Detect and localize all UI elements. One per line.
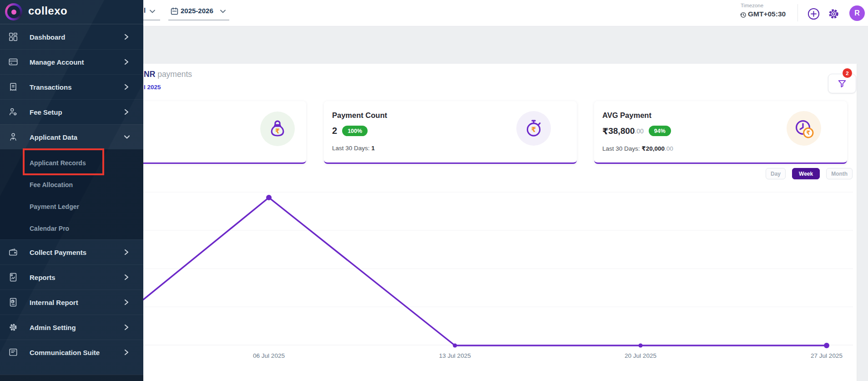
sidebar-bottom-strip xyxy=(0,375,143,381)
sidebar-item-fee-setup[interactable]: Fee Setup xyxy=(0,99,143,124)
clock-rupee-icon: ₹ xyxy=(787,111,821,146)
card-value: 38,800 xyxy=(608,126,635,136)
chevron-right-icon xyxy=(124,349,129,356)
sidebar-item-label: Dashboard xyxy=(30,33,65,41)
calendar-icon xyxy=(170,7,179,15)
credit-card-icon xyxy=(8,57,18,67)
applicant-icon xyxy=(8,132,18,142)
sidebar: collexo Dashboard Manage Account Transac… xyxy=(0,0,143,381)
page-title-fragment: payments xyxy=(155,70,192,79)
filter-count-badge: 2 xyxy=(843,68,852,78)
last30-label: Last 30 Days: xyxy=(332,145,370,152)
add-button[interactable] xyxy=(807,7,820,20)
card-subtext: Last 30 Days: 1 xyxy=(332,145,375,152)
sidebar-subitem-fee-allocation[interactable]: Fee Allocation xyxy=(0,174,143,196)
sidebar-item-reports[interactable]: Reports xyxy=(0,264,143,290)
sidebar-subitem-payment-ledger[interactable]: Payment Ledger xyxy=(0,196,143,218)
sidebar-item-communication-suite[interactable]: Communication Suite xyxy=(0,340,143,365)
logo-text: collexo xyxy=(28,5,67,17)
school-select[interactable]: l xyxy=(144,6,146,14)
chevron-right-icon xyxy=(124,274,129,280)
collexo-logo-icon xyxy=(5,3,22,20)
history-clock-icon xyxy=(740,11,747,18)
app-window: l 2025-2026 Timezone GMT+05:30 R NR paym… xyxy=(0,0,868,381)
currency-symbol: ₹ xyxy=(602,126,608,136)
percent-badge: 94% xyxy=(649,126,671,136)
sidebar-item-label: Transactions xyxy=(30,83,72,91)
timezone-label: Timezone xyxy=(741,3,763,8)
svg-text:₹: ₹ xyxy=(531,126,536,134)
x-axis-label: 27 Jul 2025 xyxy=(795,352,858,359)
page-title: NR payments xyxy=(144,70,192,79)
card-value-fraction: .00 xyxy=(635,127,643,135)
chevron-right-icon xyxy=(124,59,129,65)
range-toggle: Day Week Month xyxy=(766,168,853,179)
avatar[interactable]: R xyxy=(849,5,865,21)
sidebar-subitem-applicant-records[interactable]: Applicant Records xyxy=(0,152,143,174)
document-lines-icon xyxy=(8,347,18,357)
gear-icon xyxy=(828,8,840,20)
x-axis-label: 06 Jul 2025 xyxy=(237,352,301,359)
payments-line-chart xyxy=(143,187,853,369)
sidebar-item-applicant-data[interactable]: Applicant Data xyxy=(0,124,143,149)
settings-button[interactable] xyxy=(827,7,840,20)
sidebar-item-dashboard[interactable]: Dashboard xyxy=(0,24,143,49)
chevron-right-icon xyxy=(124,249,129,255)
chevron-right-icon xyxy=(124,34,129,40)
date-range-fragment: l 2025 xyxy=(144,84,161,91)
stat-card-payment-count: Payment Count 2 100% Last 30 Days: 1 ₹ xyxy=(324,101,577,164)
sidebar-item-label: Internal Report xyxy=(30,299,78,306)
toggle-month-button[interactable]: Month xyxy=(826,168,853,179)
academic-year-select[interactable]: 2025-2026 xyxy=(181,7,213,15)
sidebar-item-label: Fee Setup xyxy=(30,108,62,116)
funnel-icon xyxy=(837,79,847,89)
user-gear-icon xyxy=(8,107,18,117)
applicant-data-submenu: Applicant Records Fee Allocation Payment… xyxy=(0,149,143,239)
chevron-right-icon xyxy=(124,299,129,305)
timezone-value: GMT+05:30 xyxy=(748,10,786,18)
sidebar-item-admin-setting[interactable]: Admin Setting xyxy=(0,315,143,340)
wallet-icon xyxy=(8,247,18,257)
filter-button[interactable] xyxy=(828,74,856,93)
last30-fraction: .00 xyxy=(665,145,673,152)
sidebar-item-collect-payments[interactable]: Collect Payments xyxy=(0,239,143,264)
chevron-right-icon xyxy=(124,109,129,115)
chevron-right-icon xyxy=(124,84,129,90)
receipt-icon xyxy=(8,82,18,92)
money-bag-icon: ₹ xyxy=(260,112,295,146)
plus-circle-icon xyxy=(807,8,820,20)
dashboard-icon xyxy=(8,32,18,42)
sidebar-subitem-calendar-pro[interactable]: Calendar Pro xyxy=(0,218,143,239)
x-axis-label: 13 Jul 2025 xyxy=(423,352,487,359)
sidebar-item-label: Communication Suite xyxy=(30,349,100,356)
last30-value: 20,000 xyxy=(646,145,665,152)
logo-row: collexo xyxy=(0,0,143,24)
gear-icon xyxy=(8,322,18,332)
toggle-week-button[interactable]: Week xyxy=(792,168,820,179)
sidebar-item-label: Admin Setting xyxy=(30,324,76,331)
percent-badge: 100% xyxy=(342,126,368,136)
toggle-day-button[interactable]: Day xyxy=(766,168,786,179)
chevron-down-icon xyxy=(149,9,156,14)
sidebar-item-manage-account[interactable]: Manage Account xyxy=(0,49,143,74)
page-title-bold-fragment: NR xyxy=(144,70,155,79)
report-icon xyxy=(8,272,18,282)
svg-text:₹: ₹ xyxy=(275,127,280,135)
chevron-right-icon xyxy=(124,324,129,330)
x-axis-label: 20 Jul 2025 xyxy=(609,352,672,359)
sidebar-item-label: Reports xyxy=(30,274,56,281)
card-title: Payment Count xyxy=(332,111,387,120)
last30-label: Last 30 Days: xyxy=(602,145,640,152)
dashboard-panel: NR payments l 2025 2 ₹ Payment Count 2 1… xyxy=(143,64,857,381)
chevron-down-icon xyxy=(124,134,130,140)
pie-report-icon xyxy=(8,297,18,307)
sidebar-item-label: Manage Account xyxy=(30,58,84,66)
sidebar-item-transactions[interactable]: Transactions xyxy=(0,74,143,99)
last30-currency: ₹ xyxy=(641,145,646,152)
last30-value: 1 xyxy=(371,145,375,152)
sidebar-item-internal-report[interactable]: Internal Report xyxy=(0,290,143,315)
topbar-divider xyxy=(797,4,798,21)
year-select-underline xyxy=(168,20,229,20)
stat-card-avg-payment: AVG Payment ₹ 38,800 .00 94% Last 30 Day… xyxy=(594,101,847,164)
svg-text:₹: ₹ xyxy=(806,129,810,136)
